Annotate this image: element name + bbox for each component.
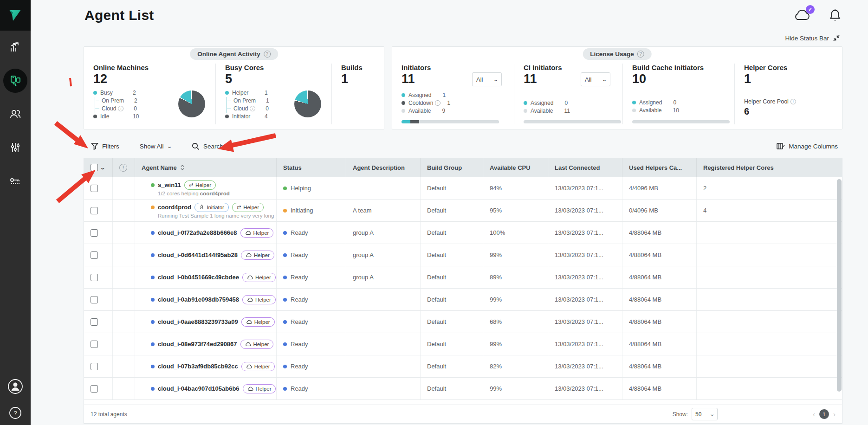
user-avatar[interactable] (7, 379, 23, 396)
vertical-scrollbar[interactable] (837, 179, 842, 392)
sidebar-item-analytics[interactable] (0, 31, 31, 64)
column-header-agent-description[interactable]: Agent Description (346, 158, 421, 177)
app-logo[interactable] (0, 0, 31, 31)
manage-columns-button[interactable]: Manage Columns (777, 142, 838, 150)
registered-cores-cell (697, 244, 837, 266)
row-checkbox[interactable] (91, 341, 98, 348)
agent-name[interactable]: s_win11 (158, 181, 181, 188)
last-connected-cell: 13/03/2023 07:1... (548, 222, 622, 244)
notifications-button[interactable] (829, 8, 841, 24)
agent-name-cell: cloud_i-0b0451669c49cbdeeHelper (135, 266, 277, 288)
table-row[interactable]: cloud_i-08e973f74ed290867Helper Ready De… (84, 333, 842, 355)
search-button[interactable]: Search (192, 142, 223, 150)
table-row[interactable]: cloud_i-0aae8883239733a09Helper Ready De… (84, 311, 842, 333)
status-dot (283, 187, 287, 190)
table-row[interactable]: cloud_i-0f72a9a2e88b666e8Helper Ready gr… (84, 222, 842, 244)
row-checkbox[interactable] (91, 251, 98, 259)
table-row[interactable]: cloud_i-04bac907d105ab6b6Helper Ready De… (84, 378, 842, 400)
filters-button[interactable]: Filters (91, 142, 119, 150)
row-checkbox[interactable] (91, 318, 98, 326)
status-cell: Ready (277, 289, 346, 310)
agent-name[interactable]: coord4prod (158, 204, 191, 211)
help-button[interactable]: ? (9, 406, 22, 421)
column-header-build-group[interactable]: Build Group (421, 158, 483, 177)
next-page-button[interactable]: › (833, 410, 836, 418)
sidebar-item-agents[interactable] (0, 64, 31, 97)
row-checkbox[interactable] (91, 363, 98, 370)
description-cell: group A (346, 244, 421, 266)
legend: Assigned 1 Cooldown 1 Available 9 (402, 91, 514, 115)
last-connected-cell: 13/03/2023 07:1... (548, 266, 622, 288)
status-cell: Ready (277, 378, 346, 399)
status-label: Ready (291, 229, 308, 236)
info-icon[interactable] (118, 106, 123, 111)
initiators-filter-select[interactable]: All⌄ (472, 72, 502, 86)
table-row[interactable]: coord4prodInitiator⇄HelperRunning Test S… (84, 200, 842, 222)
cloud-check-badge: ✓ (806, 5, 815, 14)
info-icon[interactable] (250, 106, 255, 111)
ci-initiators-filter-select[interactable]: All⌄ (581, 72, 610, 86)
table-row[interactable]: cloud_i-0d6441d144f95ab28Helper Ready gr… (84, 244, 842, 266)
alerts-column-header[interactable] (113, 158, 135, 177)
agent-name[interactable]: cloud_i-04bac907d105ab6b6 (158, 385, 240, 392)
row-checkbox[interactable] (91, 185, 98, 192)
cloud-status-button[interactable]: ✓ (793, 8, 811, 24)
table-row[interactable]: s_win11⇄Helper1/2 cores helping coord4pr… (84, 177, 842, 200)
column-header-used-helpers[interactable]: Used Helpers Ca... (622, 158, 697, 177)
sidebar-item-settings[interactable] (0, 131, 31, 164)
card-value: 11 (524, 72, 537, 86)
show-all-dropdown[interactable]: Show All ⌄ (140, 143, 171, 150)
column-header-status[interactable]: Status (277, 158, 346, 177)
table-row[interactable]: cloud_i-0b0451669c49cbdeeHelper Ready gr… (84, 266, 842, 289)
agent-name[interactable]: cloud_i-0aae8883239733a09 (158, 318, 238, 325)
sliders-icon (3, 135, 27, 160)
row-checkbox[interactable] (91, 274, 98, 281)
agent-name[interactable]: cloud_i-0b0451669c49cbdee (158, 274, 239, 281)
sidebar-item-license[interactable] (0, 164, 31, 198)
used-helpers-cell: 4/88064 MB (622, 244, 697, 266)
agent-name[interactable]: cloud_i-07b3af9db85cb92cc (158, 363, 238, 370)
column-header-available-cpu[interactable]: Available CPU (483, 158, 548, 177)
agent-name[interactable]: cloud_i-08e973f74ed290867 (158, 341, 237, 348)
row-alert-cell (113, 378, 135, 399)
current-page-badge[interactable]: 1 (819, 409, 829, 419)
sidebar-item-users[interactable] (0, 97, 31, 131)
select-all-header[interactable]: ⌄ (84, 158, 113, 177)
table-header: ⌄ Agent Name Status Agent Description Bu… (84, 158, 842, 177)
registered-cores-cell (697, 378, 837, 399)
sort-icon[interactable] (180, 164, 185, 171)
column-header-agent-name[interactable]: Agent Name (135, 158, 277, 177)
row-checkbox[interactable] (91, 229, 98, 237)
row-checkbox[interactable] (91, 385, 98, 393)
status-dot (283, 387, 287, 391)
page-size-select[interactable]: 50⌄ (692, 408, 718, 420)
chevron-down-icon[interactable]: ⌄ (100, 165, 105, 170)
agent-name-cell: cloud_i-0f72a9a2e88b666e8Helper (135, 222, 277, 244)
agent-name[interactable]: cloud_i-0d6441d144f95ab28 (158, 251, 238, 258)
card-value: 10 (632, 72, 734, 86)
info-icon[interactable] (435, 100, 440, 106)
info-icon[interactable] (637, 51, 644, 58)
table-row[interactable]: cloud_i-07b3af9db85cb92ccHelper Ready De… (84, 355, 842, 378)
select-all-checkbox[interactable] (91, 164, 98, 171)
filter-icon (91, 142, 98, 150)
build-group-cell: Default (421, 289, 483, 310)
agents-table: ⌄ Agent Name Status Agent Description Bu… (84, 158, 842, 424)
agent-subtext: Running Test Sample 1 long name very ver… (158, 213, 276, 219)
column-header-registered-helper-cores[interactable]: Registered Helper Cores (697, 158, 837, 177)
description-cell (346, 333, 421, 355)
agent-name[interactable]: cloud_i-0ab91e098db759458 (158, 296, 239, 303)
row-checkbox[interactable] (91, 207, 98, 214)
status-dot (283, 253, 287, 257)
legend-dot (632, 101, 636, 104)
legend-dot (402, 109, 405, 113)
previous-page-button[interactable]: ‹ (813, 410, 815, 418)
hide-status-bar-button[interactable]: Hide Status Bar (785, 34, 840, 42)
column-header-last-connected[interactable]: Last Connected (548, 158, 622, 177)
info-icon[interactable] (790, 99, 796, 104)
row-checkbox[interactable] (91, 296, 98, 303)
agent-name[interactable]: cloud_i-0f72a9a2e88b666e8 (158, 229, 237, 236)
registered-cores-cell (697, 222, 837, 244)
info-icon[interactable] (264, 51, 271, 58)
table-row[interactable]: cloud_i-0ab91e098db759458Helper Ready De… (84, 289, 842, 311)
